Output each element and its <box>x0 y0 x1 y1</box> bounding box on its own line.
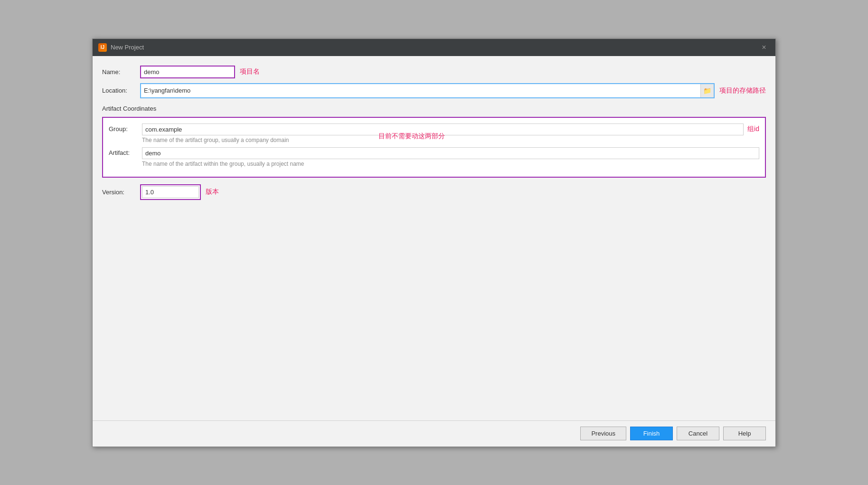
name-input[interactable] <box>140 66 235 78</box>
artifact-field-wrapper: The name of the artifact within the grou… <box>142 147 759 167</box>
group-hint: The name of the artifact group, usually … <box>142 137 759 143</box>
version-input-box <box>140 184 201 200</box>
artifact-label: Artifact: <box>109 147 142 156</box>
new-project-dialog: IJ New Project × Name: 项目名 Location: 📁 项… <box>92 38 776 447</box>
location-input-wrapper: 📁 <box>140 83 715 98</box>
artifact-name-row: Artifact: The name of the artifact withi… <box>109 147 759 167</box>
previous-button[interactable]: Previous <box>580 427 626 440</box>
folder-icon: 📁 <box>703 87 711 95</box>
finish-button[interactable]: Finish <box>630 427 673 440</box>
name-row: Name: 项目名 <box>102 66 766 78</box>
dialog-footer: Previous Finish Cancel Help <box>93 420 775 447</box>
location-input[interactable] <box>141 85 700 96</box>
dialog-content: Name: 项目名 Location: 📁 项目的存储路径 Artifact C… <box>93 56 775 420</box>
group-input-wrapper: 组id <box>142 124 759 135</box>
title-bar: IJ New Project × <box>93 39 775 56</box>
artifact-annotation: 目前不需要动这两部分 <box>378 132 445 141</box>
browse-button[interactable]: 📁 <box>700 84 714 97</box>
location-label: Location: <box>102 87 140 94</box>
version-annotation: 版本 <box>206 188 219 196</box>
app-icon: IJ <box>98 43 107 52</box>
location-row: Location: 📁 项目的存储路径 <box>102 83 766 98</box>
version-input[interactable] <box>142 186 199 198</box>
group-label: Group: <box>109 124 142 133</box>
dialog-title: New Project <box>111 44 758 51</box>
artifact-section-title: Artifact Coordinates <box>102 105 766 112</box>
name-annotation: 项目名 <box>240 67 260 76</box>
cancel-button[interactable]: Cancel <box>677 427 719 440</box>
artifact-box: Group: 组id The name of the artifact grou… <box>102 117 766 178</box>
group-field-wrapper: 组id The name of the artifact group, usua… <box>142 124 759 143</box>
version-label: Version: <box>102 189 140 196</box>
group-annotation: 组id <box>747 125 759 133</box>
location-annotation: 项目的存储路径 <box>719 86 766 95</box>
close-button[interactable]: × <box>758 42 770 53</box>
name-label: Name: <box>102 68 140 76</box>
version-row: Version: 版本 <box>102 184 766 200</box>
artifact-hint: The name of the artifact within the grou… <box>142 161 759 167</box>
help-button[interactable]: Help <box>723 427 766 440</box>
artifact-input[interactable] <box>142 147 759 159</box>
